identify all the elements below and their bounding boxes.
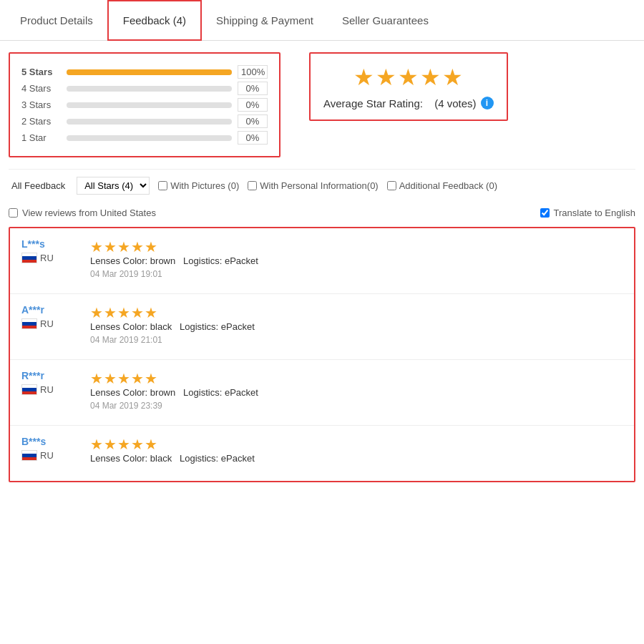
review-item: A***r RU ★ ★ ★ ★ [10, 294, 634, 360]
color-label: Lenses Color: [90, 321, 150, 332]
rev-star: ★ [145, 304, 157, 321]
review-item: L***s RU ★ ★ ★ ★ [10, 228, 634, 294]
with-personal-filter[interactable]: With Personal Information(0) [248, 180, 378, 191]
main-content: 5 Stars 100% 4 Stars 0% 3 Stars 0% [0, 41, 644, 494]
with-pictures-checkbox[interactable] [158, 181, 167, 190]
review-header: B***s RU ★ ★ ★ ★ [21, 436, 623, 467]
star-row-3: 3 Stars 0% [21, 98, 268, 112]
star-bar-bg-3 [67, 102, 232, 108]
country-code: RU [40, 384, 54, 395]
filter-row: All Feedback All Stars (4) With Pictures… [9, 169, 635, 202]
with-pictures-filter[interactable]: With Pictures (0) [158, 180, 239, 191]
review-item: R***r RU ★ ★ ★ ★ [10, 360, 634, 426]
review-stars: ★ ★ ★ ★ ★ Lenses Color: black Logistics:… [90, 436, 255, 467]
color-label: Lenses Color: [90, 255, 150, 266]
review-details: Lenses Color: brown Logistics: ePacket [90, 387, 258, 398]
star-bar-bg-4 [67, 86, 232, 92]
additional-feedback-label: Additional Feedback (0) [399, 180, 497, 191]
avg-rating-box: ★ ★ ★ ★ ★ Average Star Rating: (4 votes)… [309, 52, 508, 121]
rev-star: ★ [145, 370, 157, 387]
rev-star: ★ [117, 370, 130, 387]
star-label-2: 2 Stars [21, 116, 61, 127]
review-header: R***r RU ★ ★ ★ ★ [21, 370, 623, 411]
info-icon[interactable]: i [481, 97, 494, 109]
view-us-text: View reviews from United States [22, 208, 156, 218]
star-bar-fill-5 [67, 69, 232, 75]
rev-star: ★ [90, 436, 103, 453]
review-stars: ★ ★ ★ ★ ★ Lenses Color: brown Logistics:… [90, 238, 258, 279]
logistics-value: ePacket [221, 453, 255, 464]
rev-star: ★ [131, 304, 144, 321]
big-stars: ★ ★ ★ ★ ★ [353, 64, 463, 91]
review-details: Lenses Color: brown Logistics: ePacket [90, 255, 258, 266]
all-stars-select[interactable]: All Stars (4) [77, 177, 150, 195]
tab-seller[interactable]: Seller Guarantees [328, 0, 443, 40]
star-row-5: 5 Stars 100% [21, 65, 268, 79]
star-pct-4: 0% [238, 82, 268, 95]
with-personal-checkbox[interactable] [248, 181, 257, 190]
reviewer-info: A***r RU [21, 304, 79, 329]
reviewer-country: RU [21, 384, 79, 395]
star-pct-2: 0% [238, 114, 268, 128]
logistics-label: Logistics: [180, 321, 221, 332]
tab-shipping[interactable]: Shipping & Payment [202, 0, 328, 40]
rating-section: 5 Stars 100% 4 Stars 0% 3 Stars 0% [9, 52, 635, 157]
translate-label[interactable]: Translate to English [540, 208, 635, 218]
star-pct-3: 0% [238, 98, 268, 112]
rev-star: ★ [104, 304, 117, 321]
with-pictures-label: With Pictures (0) [170, 180, 239, 191]
star-label-5: 5 Stars [21, 67, 61, 77]
tab-product-details[interactable]: Product Details [6, 0, 107, 40]
tab-bar: Product Details Feedback (4) Shipping & … [0, 0, 644, 41]
rev-star: ★ [145, 238, 157, 255]
reviewer-info: B***s RU [21, 436, 79, 461]
star-bar-bg-5 [67, 69, 232, 75]
reviewer-info: L***s RU [21, 238, 79, 263]
additional-feedback-filter[interactable]: Additional Feedback (0) [387, 180, 497, 191]
review-date: 04 Mar 2019 23:39 [90, 401, 258, 411]
star-row-1: 1 Star 0% [21, 131, 268, 145]
rev-star: ★ [104, 370, 117, 387]
color-value: brown [150, 387, 175, 398]
avg-label: Average Star Rating: [323, 97, 423, 109]
country-code: RU [40, 450, 54, 461]
ru-flag-icon [21, 253, 37, 263]
reviewer-name: L***s [21, 238, 79, 250]
review-details: Lenses Color: black Logistics: ePacket [90, 321, 255, 332]
logistics-value: ePacket [225, 255, 258, 266]
big-star-2: ★ [376, 64, 396, 91]
review-stars: ★ ★ ★ ★ ★ Lenses Color: brown Logistics:… [90, 370, 258, 411]
star-bar-bg-2 [67, 119, 232, 125]
additional-feedback-checkbox[interactable] [387, 181, 396, 190]
options-row: View reviews from United States Translat… [9, 202, 635, 227]
rev-star: ★ [145, 436, 157, 453]
big-star-1: ★ [353, 64, 374, 91]
color-value: brown [150, 255, 175, 266]
view-us-label[interactable]: View reviews from United States [9, 208, 156, 218]
ru-flag-icon [21, 318, 37, 329]
translate-text: Translate to English [554, 208, 635, 218]
translate-checkbox[interactable] [540, 208, 550, 218]
avg-votes: (4 votes) [434, 97, 476, 109]
rev-star: ★ [90, 370, 103, 387]
logistics-value: ePacket [225, 387, 258, 398]
star-label-3: 3 Stars [21, 99, 61, 110]
color-label: Lenses Color: [90, 387, 150, 398]
rev-star: ★ [90, 238, 103, 255]
color-label: Lenses Color: [90, 453, 150, 464]
ru-flag-icon [21, 384, 37, 395]
view-us-checkbox[interactable] [9, 208, 18, 218]
logistics-label: Logistics: [183, 387, 225, 398]
star-pct-5: 100% [238, 65, 268, 79]
tab-feedback[interactable]: Feedback (4) [107, 0, 202, 41]
review-item: B***s RU ★ ★ ★ ★ [10, 426, 634, 481]
rev-star: ★ [131, 370, 144, 387]
star-label-4: 4 Stars [21, 83, 61, 94]
rev-star: ★ [131, 238, 144, 255]
review-header: L***s RU ★ ★ ★ ★ [21, 238, 623, 279]
rev-star: ★ [131, 436, 144, 453]
reviewer-country: RU [21, 318, 79, 329]
ru-flag-icon [21, 450, 37, 461]
all-feedback-button[interactable]: All Feedback [9, 179, 68, 192]
big-star-4: ★ [420, 64, 441, 91]
